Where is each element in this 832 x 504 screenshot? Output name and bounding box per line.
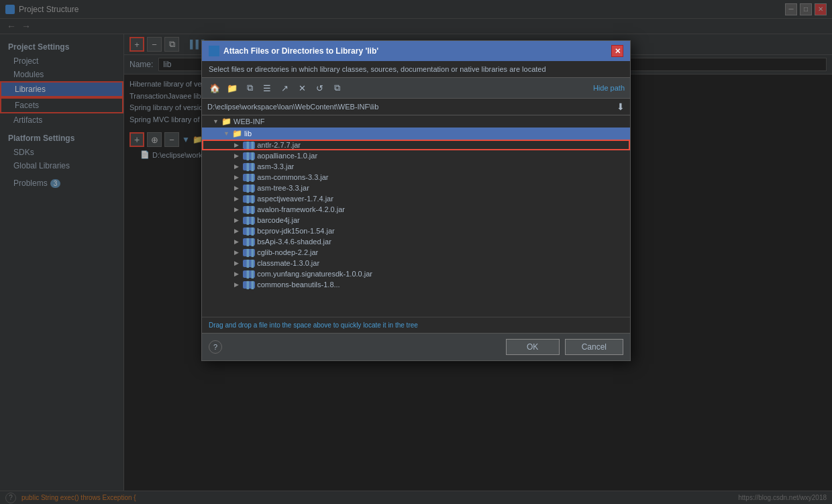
tree-label-asm: asm-3.3.jar [257, 162, 294, 170]
dialog-toolbar: 🏠 📁 ⧉ ☰ ↗ ✕ ↺ ⧉ Hide path [202, 78, 630, 99]
tree-node-asm-tree[interactable]: ▶ ▐▐ asm-tree-3.3.jar [202, 183, 630, 193]
arrow-barcode4j: ▶ [234, 217, 241, 223]
tree-node-aspectjweaver[interactable]: ▶ ▐▐ aspectjweaver-1.7.4.jar [202, 193, 630, 204]
tree-node-lib[interactable]: ▼ 📁 lib [202, 128, 630, 140]
attach-dialog: Attach Files or Directories to Library '… [201, 40, 631, 361]
tree-label-commons-beanutils: commons-beanutils-1.8... [257, 281, 340, 289]
jar-avalon-icon: ▐▐ [243, 206, 255, 213]
tree-node-yunfang[interactable]: ▶ ▐▐ com.yunfang.signaturesdk-1.0.0.jar [202, 268, 630, 279]
folder-lib-icon: 📁 [232, 129, 242, 138]
arrow-asm: ▶ [234, 163, 241, 170]
arrow-lib: ▼ [223, 130, 230, 137]
tree-node-antlr[interactable]: ▶ ▐▐ antlr-2.7.7.jar [202, 140, 630, 150]
jar-aspectjweaver-icon: ▐▐ [243, 195, 255, 203]
jar-bsapi-icon: ▐▐ [243, 238, 255, 246]
arrow-avalon: ▶ [234, 206, 241, 213]
arrow-aopalliance: ▶ [234, 152, 241, 159]
download-icon[interactable]: ⬇ [617, 101, 625, 112]
navigate-button[interactable]: ↗ [277, 81, 292, 95]
arrow-classmate: ▶ [234, 260, 241, 266]
dialog-ok-button[interactable]: OK [506, 339, 560, 355]
tree-node-commons-beanutils[interactable]: ▶ ▐▐ commons-beanutils-1.8... [202, 279, 630, 290]
hide-path-button[interactable]: Hide path [593, 84, 625, 92]
refresh-button[interactable]: ↺ [312, 81, 327, 95]
tree-node-asm-commons[interactable]: ▶ ▐▐ asm-commons-3.3.jar [202, 172, 630, 183]
dialog-title-icon [209, 46, 219, 56]
dialog-path-bar: ⬇ [202, 99, 630, 115]
arrow-webinf: ▼ [213, 118, 219, 125]
jar-commons-beanutils-icon: ▐▐ [243, 281, 255, 289]
arrow-commons-beanutils: ▶ [234, 281, 241, 288]
tree-label-asm-commons: asm-commons-3.3.jar [257, 173, 328, 181]
tree-label-antlr: antlr-2.7.7.jar [257, 141, 301, 149]
jar-antlr-icon: ▐▐ [243, 142, 255, 149]
file-tree: ▼ 📁 WEB-INF ▼ 📁 lib ▶ ▐▐ antlr-2.7.7.jar… [202, 115, 630, 317]
jar-asm-tree-icon: ▐▐ [243, 185, 255, 192]
arrow-antlr: ▶ [234, 142, 241, 148]
jar-yunfang-icon: ▐▐ [243, 270, 255, 278]
tree-label-bsapi: bsApi-3.4.6-shaded.jar [257, 238, 331, 246]
arrow-asm-commons: ▶ [234, 174, 241, 181]
dialog-hint: Drag and drop a file into the space abov… [202, 317, 630, 333]
tree-node-avalon[interactable]: ▶ ▐▐ avalon-framework-4.2.0.jar [202, 204, 630, 215]
path-input[interactable] [207, 103, 613, 111]
dialog-close-button[interactable]: ✕ [611, 45, 623, 57]
jar-asm-icon: ▐▐ [243, 163, 255, 170]
home-button[interactable]: 🏠 [207, 81, 222, 95]
tree-label-aopalliance: aopalliance-1.0.jar [257, 152, 317, 160]
arrow-bcprov: ▶ [234, 228, 241, 234]
tree-node-aopalliance[interactable]: ▶ ▐▐ aopalliance-1.0.jar [202, 150, 630, 161]
tree-label-bcprov: bcprov-jdk15on-1.54.jar [257, 227, 335, 235]
copy-button[interactable]: ⧉ [242, 81, 257, 95]
jar-aopalliance-icon: ▐▐ [243, 152, 255, 160]
tree-label-barcode4j: barcode4j.jar [257, 216, 300, 224]
delete-button[interactable]: ✕ [295, 81, 309, 95]
tree-label-lib: lib [244, 130, 252, 138]
dialog-cancel-button[interactable]: Cancel [565, 339, 623, 355]
tree-node-barcode4j[interactable]: ▶ ▐▐ barcode4j.jar [202, 215, 630, 225]
arrow-yunfang: ▶ [234, 270, 241, 277]
jar-classmate-icon: ▐▐ [243, 260, 255, 267]
dialog-title: Attach Files or Directories to Library '… [223, 46, 378, 56]
arrow-asm-tree: ▶ [234, 185, 241, 191]
dialog-help-button[interactable]: ? [209, 340, 222, 354]
tree-node-bsapi[interactable]: ▶ ▐▐ bsApi-3.4.6-shaded.jar [202, 236, 630, 247]
tree-label-asm-tree: asm-tree-3.3.jar [257, 184, 309, 192]
tree-node-asm[interactable]: ▶ ▐▐ asm-3.3.jar [202, 161, 630, 172]
jar-asm-commons-icon: ▐▐ [243, 174, 255, 181]
tree-node-webinf[interactable]: ▼ 📁 WEB-INF [202, 115, 630, 128]
jar-bcprov-icon: ▐▐ [243, 228, 255, 235]
dialog-bottom: ? OK Cancel [202, 333, 630, 360]
dialog-overlay: Attach Files or Directories to Library '… [0, 0, 832, 504]
view-button[interactable]: ☰ [260, 81, 274, 95]
tree-label-classmate: classmate-1.3.0.jar [257, 259, 319, 267]
tree-label-webinf: WEB-INF [233, 117, 264, 125]
dialog-title-bar: Attach Files or Directories to Library '… [202, 41, 630, 61]
tree-label-avalon: avalon-framework-4.2.0.jar [257, 205, 345, 213]
jar-cglib-icon: ▐▐ [243, 249, 255, 256]
arrow-aspectjweaver: ▶ [234, 195, 241, 202]
tree-node-bcprov[interactable]: ▶ ▐▐ bcprov-jdk15on-1.54.jar [202, 225, 630, 236]
dialog-action-buttons: OK Cancel [506, 339, 623, 355]
tree-label-yunfang: com.yunfang.signaturesdk-1.0.0.jar [257, 270, 372, 278]
tree-label-cglib: cglib-nodep-2.2.jar [257, 248, 318, 256]
dialog-subtitle: Select files or directories in which lib… [202, 61, 630, 78]
tree-node-classmate[interactable]: ▶ ▐▐ classmate-1.3.0.jar [202, 258, 630, 268]
more-button[interactable]: ⧉ [329, 81, 344, 95]
folder-webinf-icon: 📁 [221, 117, 231, 126]
jar-barcode4j-icon: ▐▐ [243, 217, 255, 224]
tree-node-cglib[interactable]: ▶ ▐▐ cglib-nodep-2.2.jar [202, 247, 630, 258]
tree-label-aspectjweaver: aspectjweaver-1.7.4.jar [257, 195, 333, 203]
arrow-bsapi: ▶ [234, 238, 241, 245]
arrow-cglib: ▶ [234, 249, 241, 256]
folder-button[interactable]: 📁 [225, 81, 240, 95]
